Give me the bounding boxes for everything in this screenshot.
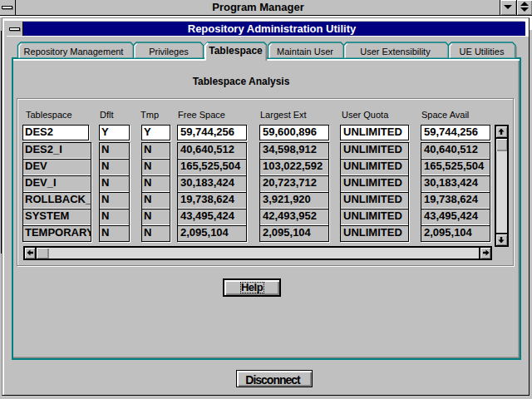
svg-text:Maintain User: Maintain User xyxy=(277,47,333,57)
svg-text:Tablespace: Tablespace xyxy=(209,45,263,57)
svg-text:User Extensibility: User Extensibility xyxy=(360,47,431,57)
svg-text:UE Utilities: UE Utilities xyxy=(460,47,505,57)
svg-text:Privileges: Privileges xyxy=(149,47,189,57)
svg-text:Repository Management: Repository Management xyxy=(24,47,124,57)
